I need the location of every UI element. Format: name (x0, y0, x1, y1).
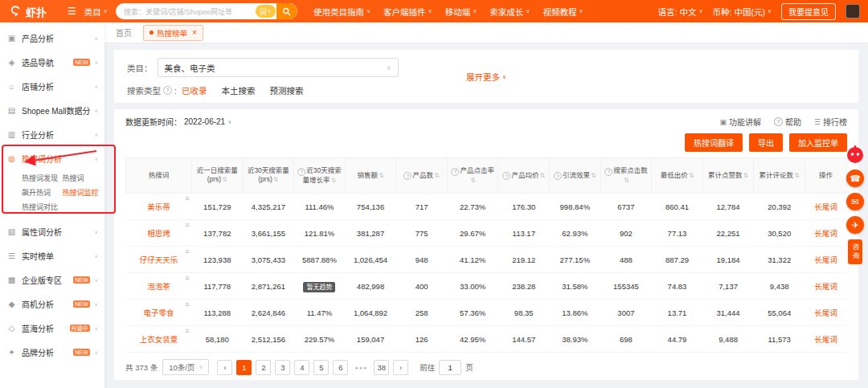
trend-icon[interactable]: ≡ (185, 301, 189, 308)
sidebar-item-4[interactable]: ▥行业分析∨ (0, 122, 104, 146)
help-icon[interactable]: ? (554, 172, 562, 180)
sidebar-item-6[interactable]: ▧属性词分析∨ (0, 219, 104, 243)
sidebar-subitem-1[interactable]: 热搜词 (63, 173, 104, 183)
sidebar-item-2[interactable]: ⌂店铺分析∨ (0, 74, 104, 98)
language-selector[interactable]: 语言: 中文 ∨ (658, 6, 703, 18)
sidebar-item-3[interactable]: ▤Shopee Mall数据分析∨ (0, 98, 104, 122)
send-feedback-icon[interactable]: ✈ (846, 216, 864, 234)
header-nav-item-2[interactable]: 移动端∨ (445, 6, 477, 18)
page-button-5[interactable]: 5 (313, 360, 329, 375)
header-nav-item-3[interactable]: 卖家成长∨ (489, 6, 530, 18)
trend-icon[interactable]: ≡ (185, 222, 189, 229)
global-search-input[interactable]: 搜索：关键词/店铺/Shopee网址等 词 ∨ (116, 3, 297, 19)
page-button-4[interactable]: 4 (294, 360, 309, 375)
sidebar-item-1[interactable]: ◈选品导航NEW∨ (0, 50, 104, 74)
sidebar-item-5[interactable]: ◎热搜词分析∨ (0, 146, 104, 170)
sidebar-item-8[interactable]: ▩企业版专区NEW∨ (0, 268, 104, 292)
apps-grid-icon[interactable]: ☰ (68, 6, 76, 17)
next-page-button[interactable]: › (393, 360, 408, 375)
tab-hot-search-rank[interactable]: 热搜榜单 × (143, 25, 203, 41)
goto-page-input[interactable] (439, 360, 461, 375)
trend-icon[interactable]: ≡ (185, 328, 189, 335)
help-icon[interactable]: ? (502, 172, 510, 180)
sidebar-subitem-0[interactable]: 热搜词发现 (22, 173, 63, 183)
search-scope-chip[interactable]: 词 ∨ (256, 5, 276, 18)
sort-icon[interactable]: ⇅ (222, 176, 227, 183)
sort-icon[interactable]: ⇅ (331, 177, 337, 184)
breadcrumb-home[interactable]: 首页 (116, 27, 132, 39)
sort-icon[interactable]: ⇅ (689, 172, 694, 179)
sort-icon[interactable]: ⇅ (794, 172, 800, 179)
feedback-button[interactable]: 我要提意见 (781, 3, 836, 20)
sidebar-item-11[interactable]: ✦品牌分析NEW∨ (0, 340, 104, 364)
sidebar-subitem-3[interactable]: 热搜词监控 (63, 187, 104, 198)
search-button[interactable] (276, 3, 297, 19)
longtail-words-link[interactable]: 长尾词 (814, 282, 837, 291)
tab-close-icon[interactable]: × (192, 28, 197, 37)
sidebar-item-10[interactable]: ◇蓝海分析升级中∨ (0, 316, 104, 340)
sort-icon[interactable]: ⇅ (470, 177, 476, 184)
data-update-time[interactable]: 数据更新时间： 2022-06-21 ∨ (125, 116, 231, 128)
header-nav-item-4[interactable]: 视频教程∨ (542, 6, 583, 18)
trend-icon[interactable]: ≡ (185, 275, 189, 282)
keyword-link[interactable]: 电子零食 (143, 308, 174, 317)
help-icon[interactable]: ? (163, 86, 172, 95)
sort-icon[interactable]: ⇅ (743, 172, 748, 179)
sort-icon[interactable]: ⇅ (624, 177, 629, 184)
search-type-option-1[interactable]: 本土搜索 (221, 86, 255, 96)
translate-button[interactable]: 热搜词翻译 (685, 133, 743, 152)
category-select[interactable]: 美食、电子类 ∨ (158, 58, 399, 77)
category-menu[interactable]: 类目 ∨ (84, 6, 108, 18)
toolbar-link-0[interactable]: ▣功能讲解 (719, 116, 761, 128)
longtail-words-link[interactable]: 长尾词 (814, 255, 837, 264)
keyword-link[interactable]: 上衣女装夏 (140, 335, 178, 344)
sidebar-item-7[interactable]: ☰实时榜单∨ (0, 243, 104, 268)
app-logo[interactable]: 虾扑 (8, 4, 47, 19)
help-icon[interactable]: ? (403, 172, 411, 180)
page-button-2[interactable]: 2 (256, 360, 271, 375)
page-button-38[interactable]: 38 (374, 360, 389, 375)
add-monitor-button[interactable]: 加入监控单 (789, 133, 847, 152)
longtail-words-link[interactable]: 长尾词 (814, 229, 837, 238)
message-icon[interactable]: ✉ (846, 193, 864, 210)
export-button[interactable]: 导出 (749, 133, 783, 152)
user-avatar[interactable] (845, 4, 860, 18)
page-button-3[interactable]: 3 (275, 360, 290, 375)
expand-more-link[interactable]: 展开更多 ∨ (466, 71, 506, 83)
sidebar-subitem-4[interactable]: 热搜词对比 (22, 202, 63, 212)
trend-icon[interactable]: ≡ (185, 248, 189, 255)
help-icon[interactable]: ? (451, 168, 459, 176)
search-type-option-2[interactable]: 预测搜索 (269, 86, 303, 96)
search-type-option-0[interactable]: 已收录 (182, 86, 207, 96)
sort-icon[interactable]: ⇅ (273, 176, 279, 183)
keyword-link[interactable]: 美乐蒂 (147, 202, 170, 211)
header-nav-item-1[interactable]: 客户端插件∨ (383, 6, 432, 18)
longtail-words-link[interactable]: 长尾词 (814, 202, 837, 211)
toolbar-link-1[interactable]: ?帮助 (774, 116, 801, 128)
sort-icon[interactable]: ⇅ (379, 172, 384, 179)
customer-service-icon[interactable]: ☎ (846, 169, 864, 187)
mascot-icon[interactable] (845, 145, 865, 164)
page-ellipsis[interactable]: ●●● (352, 360, 370, 375)
sort-icon[interactable]: ⇅ (434, 172, 440, 179)
header-nav-item-0[interactable]: 使用类目指南∨ (313, 6, 371, 18)
toolbar-link-2[interactable]: ☰排行榜 (814, 116, 847, 128)
sort-icon[interactable]: ⇅ (539, 172, 545, 179)
page-size-select[interactable]: 10条/页 ∨ (162, 359, 209, 375)
currency-selector[interactable]: 币种: 中国(元) ∨ (713, 6, 772, 18)
sort-icon[interactable]: ⇅ (591, 172, 596, 179)
keyword-link[interactable]: 泡泡茶 (147, 282, 170, 291)
keyword-link[interactable]: 相思烤 (147, 229, 170, 238)
consult-tag[interactable]: 咨询 (848, 239, 862, 264)
help-icon[interactable]: ? (297, 168, 305, 176)
sidebar-subitem-2[interactable]: 飙升热词 (22, 187, 63, 198)
sidebar-item-9[interactable]: ◆商机分析NEW∨ (0, 292, 104, 316)
page-button-6[interactable]: 6 (333, 360, 348, 375)
longtail-words-link[interactable]: 长尾词 (814, 308, 837, 317)
page-button-1[interactable]: 1 (236, 360, 252, 375)
prev-page-button[interactable]: ‹ (217, 360, 232, 375)
longtail-words-link[interactable]: 长尾词 (814, 335, 837, 344)
trend-icon[interactable]: ≡ (185, 195, 189, 202)
help-icon[interactable]: ? (604, 168, 612, 176)
sidebar-item-0[interactable]: ▣产品分析∨ (0, 26, 104, 50)
